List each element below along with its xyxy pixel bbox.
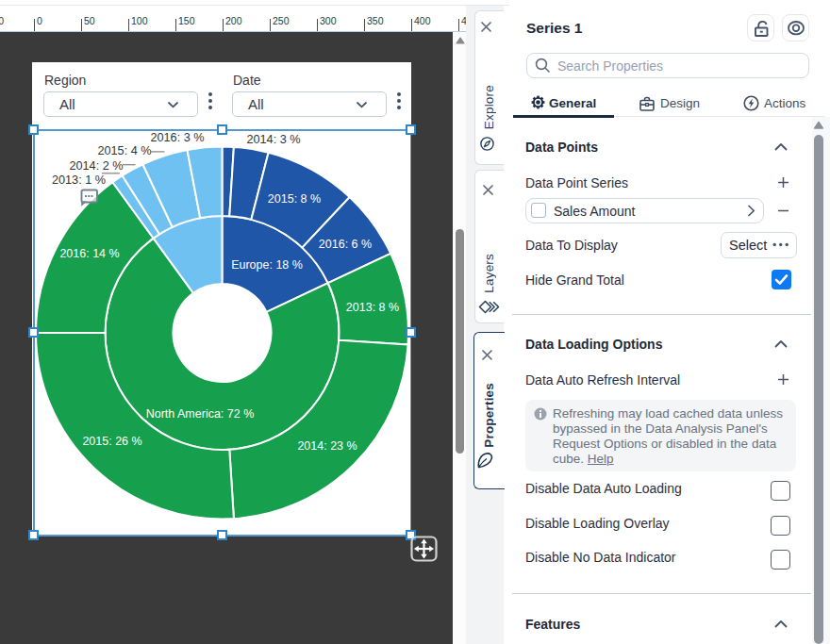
svg-text:2015: 26 %: 2015: 26 %: [82, 435, 141, 448]
svg-text:2014: 2 %: 2014: 2 %: [69, 159, 123, 173]
svg-text:2016: 6 %: 2016: 6 %: [319, 238, 372, 251]
svg-text:2016: 14 %: 2016: 14 %: [59, 247, 119, 260]
svg-text:2013: 8 %: 2013: 8 %: [346, 301, 399, 314]
svg-text:2015: 8 %: 2015: 8 %: [268, 192, 321, 206]
svg-text:2015: 4 %: 2015: 4 %: [97, 144, 151, 157]
svg-text:Europe: 18 %: Europe: 18 %: [231, 258, 303, 272]
svg-text:2014: 3 %: 2014: 3 %: [246, 133, 300, 146]
svg-text:2014: 23 %: 2014: 23 %: [297, 439, 357, 453]
svg-text:2016: 3 %: 2016: 3 %: [150, 131, 204, 144]
svg-text:North America: 72 %: North America: 72 %: [146, 407, 255, 421]
svg-text:2013: 1 %: 2013: 1 %: [52, 173, 106, 187]
